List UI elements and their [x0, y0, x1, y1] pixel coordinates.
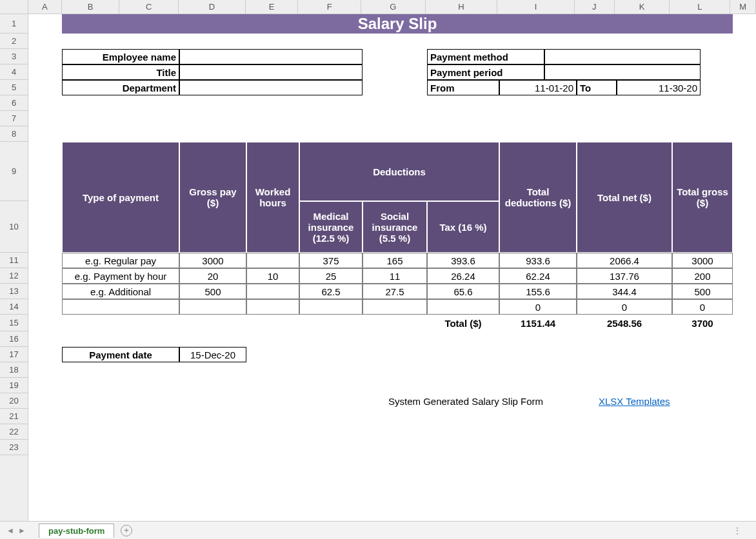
sheet-tab[interactable]: pay-stub-form [39, 524, 114, 538]
table-cell[interactable]: 26.24 [427, 268, 499, 284]
table-cell[interactable]: 155.6 [499, 284, 577, 299]
row-header[interactable]: 8 [0, 126, 28, 142]
total-net: 2548.56 [577, 315, 672, 331]
emp-name-value[interactable] [179, 49, 363, 64]
table-cell[interactable]: 0 [499, 299, 577, 315]
table-cell[interactable] [246, 284, 299, 299]
row-header[interactable]: 7 [0, 111, 28, 126]
hdr-net: Total net ($) [577, 142, 672, 253]
table-cell[interactable]: 20 [179, 268, 246, 284]
row-header[interactable]: 10 [0, 201, 28, 253]
col-header[interactable]: H [426, 0, 498, 14]
table-cell[interactable]: 137.76 [577, 268, 672, 284]
table-cell[interactable]: 11 [363, 268, 427, 284]
from-value[interactable]: 11-01-20 [499, 80, 577, 95]
col-header[interactable]: E [246, 0, 299, 14]
dept-value[interactable] [179, 80, 363, 95]
col-header[interactable]: L [670, 0, 730, 14]
row-header[interactable]: 18 [0, 362, 28, 378]
row-header[interactable]: 22 [0, 424, 28, 440]
pay-period-value[interactable] [544, 64, 701, 80]
table-cell[interactable]: 62.5 [299, 284, 363, 299]
row-header[interactable]: 16 [0, 331, 28, 347]
col-header[interactable]: G [361, 0, 426, 14]
payment-date-label: Payment date [62, 347, 179, 362]
col-header[interactable]: J [575, 0, 615, 14]
col-header[interactable]: B [62, 0, 120, 14]
row-header[interactable]: 11 [0, 253, 28, 268]
chevron-left-icon[interactable]: ◄ [6, 526, 14, 535]
emp-name-label: Employee name [62, 49, 179, 64]
row-header[interactable]: 14 [0, 299, 28, 315]
table-cell[interactable]: 393.6 [427, 253, 499, 268]
table-cell[interactable]: 344.4 [577, 284, 672, 299]
hdr-gross: Gross pay ($) [179, 142, 246, 253]
tab-options-icon[interactable]: ⋮ [733, 525, 743, 536]
table-cell[interactable]: 25 [299, 268, 363, 284]
table-cell[interactable] [246, 253, 299, 268]
table-cell[interactable]: 3000 [179, 253, 246, 268]
table-cell[interactable] [62, 299, 179, 315]
to-value[interactable]: 11-30-20 [617, 80, 701, 95]
title-label: Title [62, 64, 179, 80]
table-cell[interactable]: 500 [179, 284, 246, 299]
row-header[interactable]: 6 [0, 95, 28, 111]
col-header[interactable]: I [497, 0, 575, 14]
table-cell[interactable]: 0 [577, 299, 672, 315]
hdr-medical: Medical insurance (12.5 %) [299, 201, 363, 253]
col-header[interactable]: M [730, 0, 756, 14]
table-cell[interactable]: 933.6 [499, 253, 577, 268]
row-header[interactable]: 21 [0, 409, 28, 424]
table-cell[interactable] [427, 299, 499, 315]
table-cell[interactable]: 375 [299, 253, 363, 268]
to-label: To [577, 80, 617, 95]
row-header[interactable]: 3 [0, 49, 28, 64]
row-header[interactable]: 17 [0, 347, 28, 362]
row-header[interactable]: 12 [0, 268, 28, 284]
table-cell[interactable]: 2066.4 [577, 253, 672, 268]
table-cell[interactable]: 62.24 [499, 268, 577, 284]
table-cell[interactable]: 0 [672, 299, 733, 315]
select-all-corner[interactable] [0, 0, 28, 14]
col-header[interactable]: D [179, 0, 246, 14]
table-cell[interactable]: 65.6 [427, 284, 499, 299]
table-cell[interactable]: 165 [363, 253, 427, 268]
col-header[interactable]: A [28, 0, 62, 14]
table-cell[interactable]: 200 [672, 268, 733, 284]
table-cell[interactable] [246, 299, 299, 315]
table-cell[interactable]: 10 [246, 268, 299, 284]
col-header[interactable]: F [298, 0, 361, 14]
title-value[interactable] [179, 64, 363, 80]
row-header[interactable]: 13 [0, 284, 28, 299]
pay-method-value[interactable] [544, 49, 701, 64]
pay-method-label: Payment method [427, 49, 544, 64]
table-cell[interactable]: 27.5 [363, 284, 427, 299]
payment-date-value[interactable]: 15-Dec-20 [179, 347, 246, 362]
footer-link[interactable]: XLSX Templates [596, 393, 699, 409]
table-cell[interactable]: e.g. Payment by hour [62, 268, 179, 284]
row-header[interactable]: 1 [0, 14, 28, 34]
row-header[interactable]: 9 [0, 142, 28, 201]
table-cell[interactable]: 500 [672, 284, 733, 299]
row-header[interactable]: 4 [0, 64, 28, 80]
table-cell[interactable] [363, 299, 427, 315]
row-header[interactable]: 19 [0, 378, 28, 393]
table-cell[interactable] [299, 299, 363, 315]
row-header[interactable]: 5 [0, 80, 28, 95]
row-header[interactable]: 20 [0, 393, 28, 409]
add-sheet-button[interactable]: ＋ [121, 525, 132, 536]
table-cell[interactable]: e.g. Regular pay [62, 253, 179, 268]
row-header[interactable]: 2 [0, 34, 28, 49]
dept-label: Department [62, 80, 179, 95]
row-header[interactable]: 15 [0, 315, 28, 331]
table-cell[interactable] [179, 299, 246, 315]
hdr-tax: Tax (16 %) [427, 201, 499, 253]
col-header[interactable]: C [119, 0, 179, 14]
row-header[interactable]: 23 [0, 440, 28, 455]
sheet-grid[interactable]: Salary Slip Employee name Title Departme… [28, 14, 756, 521]
col-header[interactable]: K [615, 0, 670, 14]
chevron-right-icon[interactable]: ► [18, 526, 26, 535]
table-cell[interactable]: 3000 [672, 253, 733, 268]
table-cell[interactable]: e.g. Additional [62, 284, 179, 299]
tab-nav-arrows[interactable]: ◄ ► [6, 526, 26, 535]
